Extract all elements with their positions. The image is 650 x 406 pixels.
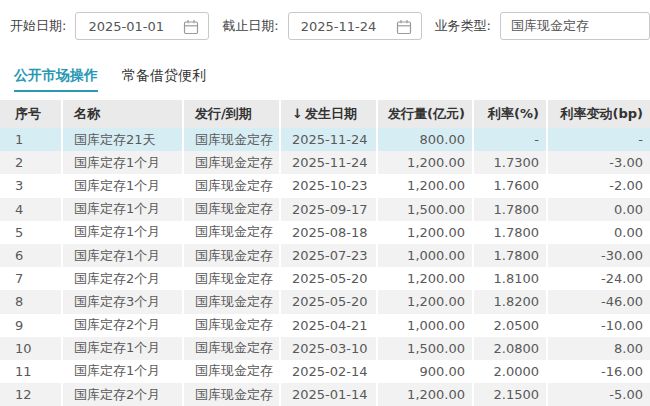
tab-open-market-operations[interactable]: 公开市场操作 — [14, 67, 98, 92]
table-cell: 1,200.00 — [377, 383, 473, 406]
table-cell: 5 — [0, 221, 62, 244]
table-cell: - — [473, 128, 547, 151]
column-header[interactable]: 序号 — [0, 100, 62, 128]
table-cell: 1.7300 — [473, 151, 547, 174]
table-row[interactable]: 5国库定存1个月国库现金定存2025-08-181,200.001.78000.… — [0, 221, 650, 244]
table-cell: 0.00 — [547, 198, 650, 221]
table-cell: 1,200.00 — [377, 267, 473, 290]
table-cell: 1.7800 — [473, 198, 547, 221]
table-cell: 2025-02-14 — [280, 360, 377, 383]
start-date-input[interactable]: 2025-01-01 — [75, 12, 209, 40]
calendar-icon[interactable] — [396, 19, 412, 35]
table-cell: 1.7800 — [473, 244, 547, 267]
table-cell: 1.8100 — [473, 267, 547, 290]
table-cell: 国库定存2个月 — [62, 267, 183, 290]
table-cell: 2 — [0, 151, 62, 174]
table-cell: 4 — [0, 198, 62, 221]
column-header[interactable]: 发行/到期 — [183, 100, 280, 128]
table-cell: 10 — [0, 337, 62, 360]
table-cell: 1,200.00 — [377, 221, 473, 244]
table-cell: 2025-11-24 — [280, 128, 377, 151]
table-cell: 国库定存1个月 — [62, 151, 183, 174]
column-header[interactable]: 利率(%) — [473, 100, 547, 128]
table-cell: -24.00 — [547, 267, 650, 290]
column-header[interactable]: 发行量(亿元) — [377, 100, 473, 128]
table-cell: 2025-04-21 — [280, 314, 377, 337]
table-cell: -16.00 — [547, 360, 650, 383]
table-row[interactable]: 8国库定存3个月国库现金定存2025-05-201,200.001.8200-4… — [0, 290, 650, 313]
table-cell: 2.0800 — [473, 337, 547, 360]
table-cell: 2.0500 — [473, 314, 547, 337]
sort-desc-icon: ↓ — [292, 106, 303, 121]
end-date-value: 2025-11-24 — [301, 19, 377, 34]
table-cell: 国库现金定存 — [183, 383, 280, 406]
table-cell: 2025-08-18 — [280, 221, 377, 244]
table-cell: 国库现金定存 — [183, 128, 280, 151]
column-header[interactable]: ↓发生日期 — [280, 100, 377, 128]
table-cell: 12 — [0, 383, 62, 406]
table-cell: 800.00 — [377, 128, 473, 151]
table-row[interactable]: 12国库定存2个月国库现金定存2025-01-141,200.002.1500-… — [0, 383, 650, 406]
table-cell: 国库定存1个月 — [62, 174, 183, 197]
table-cell: 1.7600 — [473, 174, 547, 197]
table-cell: 1.7800 — [473, 221, 547, 244]
table-cell: 1 — [0, 128, 62, 151]
table-cell: 2025-07-23 — [280, 244, 377, 267]
table-cell: 2025-10-23 — [280, 174, 377, 197]
table-row[interactable]: 6国库定存1个月国库现金定存2025-07-231,000.001.7800-3… — [0, 244, 650, 267]
table-cell: 国库定存21天 — [62, 128, 183, 151]
table-row[interactable]: 9国库定存2个月国库现金定存2025-04-211,000.002.0500-1… — [0, 314, 650, 337]
table-cell: - — [547, 128, 650, 151]
table-cell: -3.00 — [547, 151, 650, 174]
table-cell: 8.00 — [547, 337, 650, 360]
operations-table: 序号名称发行/到期↓发生日期发行量(亿元)利率(%)利率变动(bp) 1国库定存… — [0, 100, 650, 406]
column-header[interactable]: 利率变动(bp) — [547, 100, 650, 128]
end-date-label: 截止日期: — [222, 17, 278, 35]
table-cell: 国库定存1个月 — [62, 198, 183, 221]
table-cell: 6 — [0, 244, 62, 267]
table-cell: -10.00 — [547, 314, 650, 337]
end-date-input[interactable]: 2025-11-24 — [288, 12, 422, 40]
table-cell: 2.0000 — [473, 360, 547, 383]
column-header[interactable]: 名称 — [62, 100, 183, 128]
table-cell: 1,500.00 — [377, 337, 473, 360]
start-date-label: 开始日期: — [10, 17, 66, 35]
table-row[interactable]: 4国库定存1个月国库现金定存2025-09-171,500.001.78000.… — [0, 198, 650, 221]
table-cell: 国库现金定存 — [183, 290, 280, 313]
table-cell: 2.1500 — [473, 383, 547, 406]
table-cell: 900.00 — [377, 360, 473, 383]
table-cell: 3 — [0, 174, 62, 197]
table-cell: 2025-05-20 — [280, 267, 377, 290]
start-date-value: 2025-01-01 — [88, 19, 164, 34]
business-type-value: 国库现金定存 — [511, 17, 589, 35]
table-cell: 1,000.00 — [377, 244, 473, 267]
table-cell: 1,000.00 — [377, 314, 473, 337]
table-cell: 2025-01-14 — [280, 383, 377, 406]
tab-standing-lending-facility[interactable]: 常备借贷便利 — [122, 67, 206, 92]
table-cell: 0.00 — [547, 221, 650, 244]
filter-bar: 开始日期: 2025-01-01 截止日期: 2025-11-24 业务类型: … — [10, 12, 650, 40]
table-row[interactable]: 7国库定存2个月国库现金定存2025-05-201,200.001.8100-2… — [0, 267, 650, 290]
table-cell: 国库现金定存 — [183, 174, 280, 197]
table-header: 序号名称发行/到期↓发生日期发行量(亿元)利率(%)利率变动(bp) — [0, 100, 650, 128]
table-cell: 1,200.00 — [377, 174, 473, 197]
table-cell: 国库现金定存 — [183, 267, 280, 290]
table-row[interactable]: 10国库定存1个月国库现金定存2025-03-101,500.002.08008… — [0, 337, 650, 360]
table-cell: 国库现金定存 — [183, 314, 280, 337]
table-cell: 国库定存1个月 — [62, 244, 183, 267]
table-cell: 国库现金定存 — [183, 198, 280, 221]
table-row[interactable]: 11国库定存1个月国库现金定存2025-02-14900.002.0000-16… — [0, 360, 650, 383]
table-row[interactable]: 2国库定存1个月国库现金定存2025-11-241,200.001.7300-3… — [0, 151, 650, 174]
table-cell: 国库定存2个月 — [62, 383, 183, 406]
table-cell: -30.00 — [547, 244, 650, 267]
table-cell: -5.00 — [547, 383, 650, 406]
business-type-select[interactable]: 国库现金定存 — [500, 12, 650, 40]
table-row[interactable]: 3国库定存1个月国库现金定存2025-10-231,200.001.7600-2… — [0, 174, 650, 197]
table-row[interactable]: 1国库定存21天国库现金定存2025-11-24800.00-- — [0, 128, 650, 151]
calendar-icon[interactable] — [183, 19, 199, 35]
table-cell: 国库定存3个月 — [62, 290, 183, 313]
table-cell: 国库定存1个月 — [62, 221, 183, 244]
table-cell: 1,200.00 — [377, 290, 473, 313]
table-cell: -46.00 — [547, 290, 650, 313]
table-cell: 1,500.00 — [377, 198, 473, 221]
